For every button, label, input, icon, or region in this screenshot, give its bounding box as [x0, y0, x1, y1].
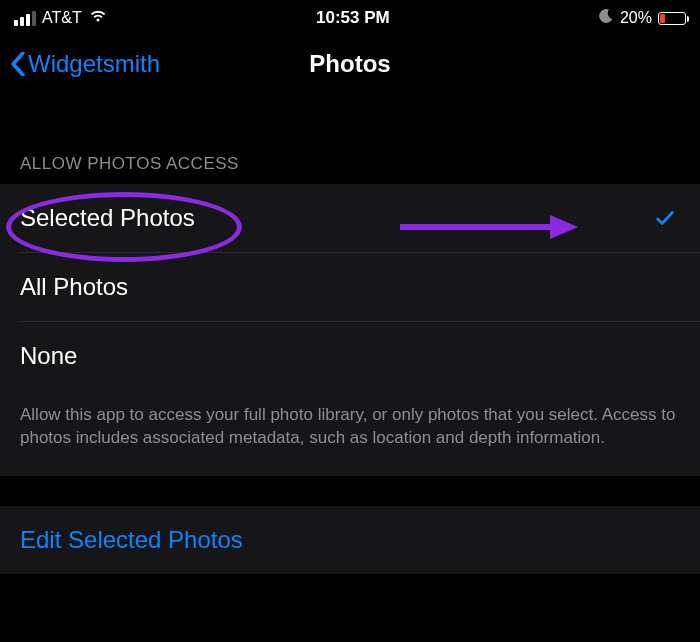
- status-bar: AT&T 10:53 PM 20%: [0, 0, 700, 36]
- edit-selected-label: Edit Selected Photos: [20, 526, 243, 554]
- do-not-disturb-icon: [598, 8, 614, 29]
- option-all-photos[interactable]: All Photos: [0, 253, 700, 321]
- status-left: AT&T: [14, 8, 108, 28]
- photo-access-options: Selected Photos All Photos None: [0, 184, 700, 390]
- back-label: Widgetsmith: [28, 50, 160, 78]
- battery-icon: [658, 12, 686, 25]
- status-right: 20%: [598, 8, 686, 29]
- wifi-icon: [88, 8, 108, 28]
- battery-percentage: 20%: [620, 9, 652, 27]
- section-header-allow-access: ALLOW PHOTOS ACCESS: [0, 136, 700, 184]
- status-time: 10:53 PM: [316, 8, 390, 28]
- back-button[interactable]: Widgetsmith: [10, 50, 160, 78]
- chevron-left-icon: [10, 52, 26, 76]
- section-gap: [0, 476, 700, 506]
- edit-selected-photos-button[interactable]: Edit Selected Photos: [0, 506, 700, 574]
- page-title: Photos: [309, 50, 390, 78]
- option-none[interactable]: None: [0, 322, 700, 390]
- nav-bar: Widgetsmith Photos: [0, 36, 700, 92]
- carrier-label: AT&T: [42, 9, 82, 27]
- bottom-pad: [0, 574, 700, 614]
- checkmark-icon: [654, 207, 676, 229]
- option-label: None: [20, 342, 77, 370]
- cellular-signal-icon: [14, 11, 36, 26]
- option-label: All Photos: [20, 273, 128, 301]
- option-selected-photos[interactable]: Selected Photos: [0, 184, 700, 252]
- option-label: Selected Photos: [20, 204, 195, 232]
- section-footer-text: Allow this app to access your full photo…: [0, 390, 700, 476]
- spacer: [0, 92, 700, 136]
